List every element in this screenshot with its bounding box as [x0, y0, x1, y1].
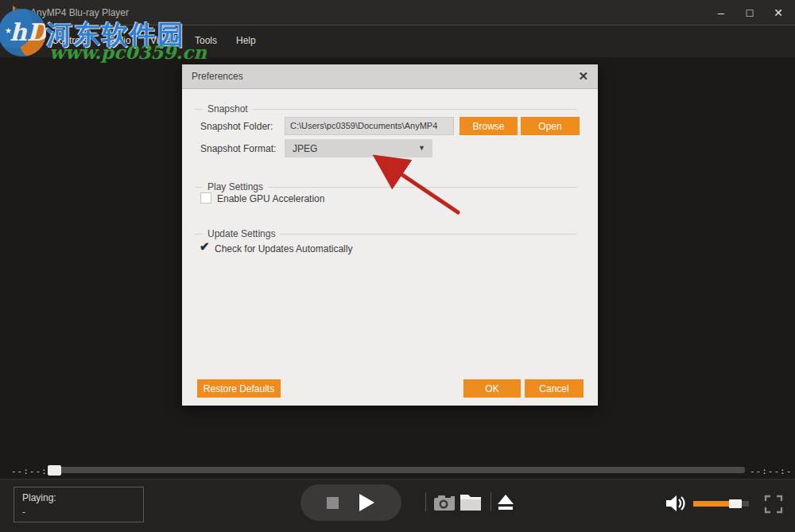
open-file-folder-icon[interactable] [460, 491, 482, 512]
play-settings-group-label: Play Settings [203, 181, 268, 192]
watermark-star-icon: ★ [5, 26, 12, 35]
snapshot-group-label: Snapshot [203, 103, 253, 115]
playback-pill [301, 484, 401, 521]
watermark-site-url: www.pc0359.cn [49, 41, 207, 63]
preferences-dialog: Preferences ✕ Snapshot Snapshot Folder: … [182, 64, 598, 406]
snapshot-folder-label: Snapshot Folder: [200, 121, 273, 132]
dialog-title: Preferences [192, 71, 243, 82]
menu-help[interactable]: Help [236, 35, 256, 46]
restore-defaults-button[interactable]: Restore Defaults [197, 379, 281, 398]
watermark-logo-icon: hD ★ [0, 9, 46, 56]
snapshot-folder-field[interactable]: C:\Users\pc0359\Documents\AnyMP4 [285, 117, 454, 135]
snapshot-format-dropdown[interactable]: JPEG ▼ [285, 139, 432, 157]
dialog-titlebar: Preferences ✕ [182, 64, 598, 89]
volume-slider[interactable] [693, 501, 749, 507]
play-button[interactable] [359, 494, 374, 511]
snapshot-format-value: JPEG [293, 143, 317, 154]
seek-bar[interactable] [48, 467, 745, 473]
ok-button[interactable]: OK [463, 379, 521, 398]
gpu-acceleration-label: Enable GPU Acceleration [217, 193, 324, 204]
minimize-button[interactable]: – [714, 6, 728, 19]
volume-handle[interactable] [729, 499, 742, 508]
check-updates-checkbox-checked-icon[interactable]: ✔ [200, 239, 210, 254]
play-settings-group-header: Play Settings [195, 181, 577, 192]
update-settings-group-label: Update Settings [203, 228, 280, 239]
now-playing-value: - [22, 507, 25, 518]
snapshot-group-header: Snapshot [195, 103, 577, 115]
divider [425, 492, 426, 511]
stop-button[interactable] [327, 497, 339, 509]
now-playing-label: Playing: [22, 492, 56, 503]
close-button[interactable]: ✕ [771, 6, 785, 19]
transport-bar: Playing: - [0, 479, 795, 532]
open-button[interactable]: Open [521, 117, 580, 135]
watermark-logo-letter: hD [10, 18, 46, 46]
seek-handle[interactable] [48, 465, 61, 476]
chevron-down-icon: ▼ [418, 144, 425, 152]
gpu-acceleration-checkbox[interactable] [200, 192, 211, 204]
fullscreen-icon[interactable] [764, 495, 783, 514]
cancel-button[interactable]: Cancel [525, 379, 584, 398]
window-title: AnyMP4 Blu-ray Player [30, 7, 129, 18]
eject-disc-icon[interactable] [496, 493, 515, 511]
now-playing-box: Playing: - [14, 487, 144, 522]
maximize-button[interactable]: □ [743, 6, 757, 19]
check-updates-label: Check for Updates Automatically [215, 243, 352, 254]
dialog-close-icon[interactable]: ✕ [578, 69, 588, 83]
snapshot-format-label: Snapshot Format: [200, 143, 276, 154]
update-settings-group-header: Update Settings [195, 228, 577, 239]
snapshot-camera-icon[interactable] [433, 493, 457, 512]
divider [491, 492, 491, 511]
browse-button[interactable]: Browse [460, 117, 518, 135]
volume-speaker-icon[interactable] [665, 493, 685, 514]
